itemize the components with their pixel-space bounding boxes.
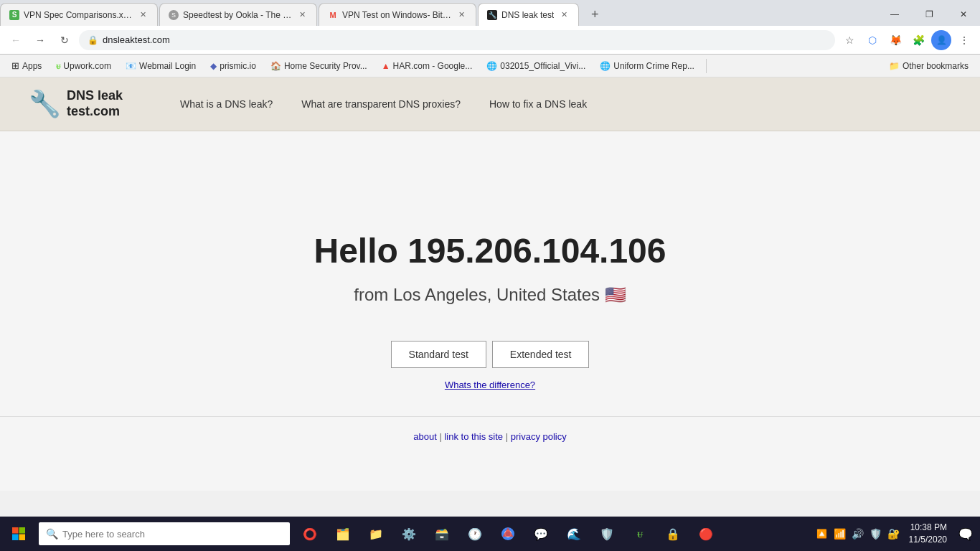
maximize-button[interactable]: ❐ [913,3,946,26]
bookmark-upwork[interactable]: ᵾ Upwork.com [50,59,117,73]
taskbar-unknown[interactable]: 🔴 [690,517,722,551]
whats-difference-link[interactable]: Whats the difference? [445,380,535,390]
nav-fix-dns-link[interactable]: How to fix a DNS leak [489,98,587,110]
new-tab-button[interactable]: + [583,3,606,26]
tab-favicon-4: 🔧 [487,10,497,20]
taskbar-task-view[interactable]: 🗂️ [327,517,359,551]
tab-vpn-test[interactable]: M VPN Test on Windows- Bitdefend... ✕ [319,3,476,26]
home-security-icon: 🏠 [270,61,281,71]
chrome-frame: S VPN Spec Comparisons.xlsx - Go... ✕ S … [0,0,980,77]
tray-bitdefender[interactable]: 🛡️ [867,528,884,540]
logo-line2: test.com [67,104,123,120]
footer-privacy-link[interactable]: privacy policy [511,431,567,442]
taskbar-search[interactable]: 🔍 [39,522,290,545]
webpage: 🔧 DNS leak test.com What is a DNS leak? … [0,77,980,491]
taskbar-files[interactable]: 🗃️ [426,517,458,551]
bookmark-star-button[interactable]: ☆ [839,30,859,50]
location-text: from Los Angeles, United States 🇺🇸 [354,285,626,305]
tab-vpn-spec[interactable]: S VPN Spec Comparisons.xlsx - Go... ✕ [0,3,158,26]
bookmark-prismic-label: prismic.io [220,61,256,71]
forward-button[interactable]: → [30,30,50,50]
lock-icon: 🔒 [88,35,98,45]
close-button[interactable]: ✕ [947,3,980,26]
tray-volume[interactable]: 🔊 [849,528,866,540]
tab-close-4[interactable]: ✕ [558,9,570,21]
tab-close-1[interactable]: ✕ [137,9,149,21]
refresh-button[interactable]: ↻ [55,30,75,50]
taskbar-edge[interactable]: 🌊 [558,517,590,551]
tray-vpn[interactable]: 🔐 [885,528,902,540]
svg-rect-0 [12,527,19,534]
tab-dns-leak[interactable]: 🔧 DNS leak test ✕ [478,3,579,26]
back-button[interactable]: ← [6,30,26,50]
system-clock[interactable]: 10:38 PM 11/5/2020 [903,522,953,546]
apps-grid-icon: ⊞ [11,60,19,71]
tab-close-2[interactable]: ✕ [296,9,308,21]
bookmark-other[interactable]: 📁 Other bookmarks [883,59,974,73]
other-bookmarks-icon: 📁 [889,61,900,71]
tab-title-4: DNS leak test [501,10,554,20]
nav-transparent-dns-link[interactable]: What are transparent DNS proxies? [301,98,461,110]
tab-title-2: Speedtest by Ookla - The Global ... [183,10,292,20]
bookmark-har[interactable]: ▲ HAR.com - Google... [376,59,479,73]
extensions-button[interactable]: 🧩 [908,30,928,50]
webmail-icon: 📧 [126,61,136,71]
address-bar: ← → ↻ 🔒 dnsleaktest.com ☆ ⬡ 🦊 🧩 👤 ⋮ [0,26,980,55]
bookmark-apps-label: Apps [22,61,42,71]
taskbar-upwork[interactable]: ᵾ [624,517,656,551]
tab-favicon-3: M [328,10,338,20]
clock-date: 11/5/2020 [909,534,947,546]
tray-show-hidden[interactable]: 🔼 [814,529,830,539]
taskbar-skype[interactable]: 💬 [525,517,557,551]
tab-speedtest[interactable]: S Speedtest by Ookla - The Global ... ✕ [159,3,317,26]
greeting-text: Hello 195.206.104.106 [314,231,666,270]
url-bar[interactable]: 🔒 dnsleaktest.com [79,30,835,50]
bookmark-032015-label: 032015_Official_Vivi... [500,61,585,71]
taskbar-cortana[interactable]: ⭕ [294,517,326,551]
site-nav-links: What is a DNS leak? What are transparent… [180,98,587,110]
extended-test-button[interactable]: Extended test [492,341,590,368]
tab-title-1: VPN Spec Comparisons.xlsx - Go... [24,10,133,20]
start-button[interactable] [3,517,34,551]
tab-title-3: VPN Test on Windows- Bitdefend... [342,10,451,20]
window-controls: — ❐ ✕ [878,3,980,26]
footer-sep2: | [506,431,511,442]
bookmark-home-security[interactable]: 🏠 Home Security Prov... [265,59,373,73]
032015-icon: 🌐 [486,61,497,71]
search-icon: 🔍 [46,528,58,540]
svg-rect-1 [19,527,26,534]
bookmark-webmail[interactable]: 📧 Webmail Login [120,59,202,73]
menu-button[interactable]: ⋮ [954,30,974,50]
bookmark-apps[interactable]: ⊞ Apps [6,58,47,73]
site-footer: about | link to this site | privacy poli… [0,416,980,456]
tab-close-3[interactable]: ✕ [456,9,467,21]
bookmark-prismic[interactable]: ◆ prismic.io [204,59,262,73]
bookmark-home-label: Home Security Prov... [284,61,367,71]
svg-rect-2 [12,534,19,541]
footer-link-this[interactable]: link to this site [444,431,503,442]
taskbar-clock-app[interactable]: 🕐 [459,517,491,551]
bookmark-032015[interactable]: 🌐 032015_Official_Vivi... [481,59,591,73]
chromecast-button[interactable]: ⬡ [862,30,882,50]
standard-test-button[interactable]: Standard test [391,341,486,368]
bookmark-uniform-crime-label: Uniform Crime Rep... [613,61,694,71]
footer-about-link[interactable]: about [413,431,437,442]
tray-network[interactable]: 📶 [831,528,848,540]
bookmark-uniform-crime[interactable]: 🌐 Uniform Crime Rep... [594,59,700,73]
taskbar-norton[interactable]: 🔒 [657,517,689,551]
search-input[interactable] [62,529,283,540]
taskbar-chrome[interactable] [492,517,524,551]
logo-text: DNS leak test.com [67,88,123,119]
notification-center[interactable]: 🗨️ [954,527,977,541]
nav-dns-leak-link[interactable]: What is a DNS leak? [180,98,273,110]
firefox-icon[interactable]: 🦊 [885,30,905,50]
taskbar-settings[interactable]: ⚙️ [393,517,425,551]
bookmark-upwork-label: Upwork.com [63,61,111,71]
site-nav: 🔧 DNS leak test.com What is a DNS leak? … [0,77,980,131]
minimize-button[interactable]: — [878,3,911,26]
faucet-icon: 🔧 [29,89,61,119]
taskbar-bitdefender[interactable]: 🛡️ [591,517,623,551]
upwork-icon: ᵾ [56,61,60,71]
profile-button[interactable]: 👤 [931,30,951,50]
taskbar-file-explorer[interactable]: 📁 [360,517,392,551]
